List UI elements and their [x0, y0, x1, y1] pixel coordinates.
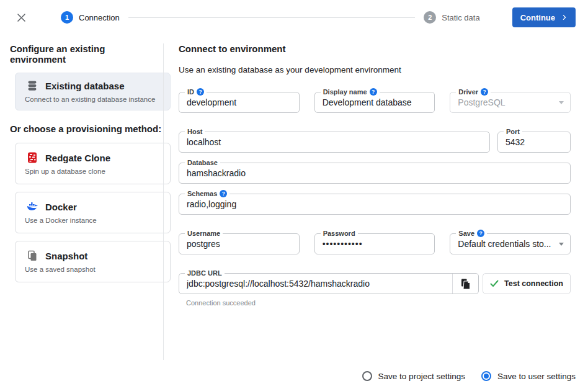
stepper-connector-line: [128, 17, 415, 18]
step-2-label: Static data: [442, 13, 479, 22]
username-field[interactable]: Username: [179, 233, 300, 254]
step-connection: 1 Connection: [61, 11, 120, 24]
database-field[interactable]: Database: [179, 163, 571, 184]
radio-save-to-project-settings[interactable]: Save to project settings: [362, 371, 465, 381]
driver-value: PostgreSQL: [458, 97, 515, 107]
password-field-label: Password: [321, 229, 358, 238]
help-icon[interactable]: ?: [220, 190, 227, 197]
help-icon[interactable]: ?: [197, 88, 204, 96]
jdbc-url-field[interactable]: JDBC URL: [179, 273, 479, 294]
card-title: Snapshot: [45, 251, 87, 261]
step-2-circle: 2: [424, 11, 436, 24]
username-field-label: Username: [185, 229, 223, 238]
chevron-right-icon: [561, 14, 568, 20]
schemas-field-label: Schemas ?: [185, 189, 229, 198]
radio-label: Save to project settings: [378, 372, 465, 381]
id-field[interactable]: ID ?: [179, 92, 300, 113]
copy-icon[interactable]: [452, 274, 478, 294]
password-input[interactable]: [323, 239, 427, 249]
chevron-down-icon: [559, 243, 564, 246]
password-field[interactable]: Password: [314, 233, 435, 254]
check-icon: [490, 280, 499, 287]
radio-save-to-user-settings[interactable]: Save to user settings: [481, 371, 576, 381]
docker-icon: [27, 201, 38, 212]
page-subtitle: Use an existing database as your develop…: [179, 65, 571, 74]
step-1-label: Connection: [79, 13, 120, 22]
save-credentials-value: Default credentials sto...: [458, 239, 561, 249]
help-icon[interactable]: ?: [370, 88, 377, 96]
page-title: Connect to environment: [179, 43, 571, 54]
provisioning-heading: Or choose a provisioning method:: [10, 123, 163, 134]
driver-field-label: Driver ?: [456, 88, 491, 96]
jdbc-url-field-label: JDBC URL: [185, 269, 225, 277]
jdbc-url-input[interactable]: [179, 279, 452, 289]
display-name-field[interactable]: Display name ?: [314, 92, 435, 113]
save-credentials-select[interactable]: Save ? Default credentials sto...: [450, 233, 571, 254]
redgate-clone-card[interactable]: Redgate Clone Spin up a database clone: [15, 143, 171, 184]
wizard-content: Configure an existing environment Existi…: [0, 35, 588, 360]
driver-select: Driver ? PostgreSQL: [450, 92, 571, 113]
card-subtitle: Connect to an existing database instance: [23, 96, 163, 103]
save-location-options: Save to project settings Save to user se…: [362, 371, 576, 381]
chevron-down-icon: [559, 101, 564, 104]
radio-label: Save to user settings: [497, 372, 576, 381]
username-input[interactable]: [187, 239, 292, 249]
display-name-input[interactable]: [323, 97, 427, 107]
radio-icon[interactable]: [481, 371, 491, 381]
test-connection-label: Test connection: [504, 279, 563, 288]
database-icon: [27, 80, 38, 91]
host-input[interactable]: [187, 137, 482, 147]
save-field-label: Save ?: [456, 229, 487, 238]
display-name-field-label: Display name ?: [321, 88, 380, 96]
test-connection-button[interactable]: Test connection: [483, 273, 571, 294]
environment-type-sidebar: Configure an existing environment Existi…: [0, 35, 163, 360]
redgate-clone-icon: [27, 152, 38, 163]
host-field[interactable]: Host: [179, 132, 490, 153]
id-field-label: ID ?: [185, 88, 207, 96]
existing-database-card[interactable]: Existing database Connect to an existing…: [15, 73, 171, 110]
database-input[interactable]: [187, 168, 563, 178]
database-field-label: Database: [185, 158, 220, 167]
card-subtitle: Use a saved snapshot: [23, 266, 163, 273]
step-static-data: 2 Static data: [424, 11, 479, 24]
connection-status: Connection succeeded: [186, 299, 571, 307]
snapshot-card[interactable]: Snapshot Use a saved snapshot: [15, 241, 171, 282]
continue-button[interactable]: Continue: [512, 7, 576, 27]
snapshot-icon: [27, 250, 38, 261]
card-title: Redgate Clone: [45, 153, 110, 163]
port-input[interactable]: [506, 137, 563, 147]
schemas-input[interactable]: [187, 199, 563, 209]
connect-form: Connect to environment Use an existing d…: [164, 35, 588, 360]
docker-card[interactable]: Docker Use a Docker instance: [15, 192, 171, 233]
card-subtitle: Spin up a database clone: [23, 168, 163, 175]
host-field-label: Host: [185, 127, 205, 136]
radio-icon[interactable]: [362, 371, 372, 381]
card-subtitle: Use a Docker instance: [23, 217, 163, 224]
continue-button-label: Continue: [520, 13, 555, 22]
sidebar-heading: Configure an existing environment: [10, 43, 163, 65]
help-icon[interactable]: ?: [477, 230, 484, 237]
wizard-header: 1 Connection 2 Static data Continue: [0, 0, 588, 35]
card-title: Docker: [45, 202, 77, 212]
step-1-circle: 1: [61, 11, 73, 24]
help-icon[interactable]: ?: [481, 88, 488, 96]
card-title: Existing database: [45, 81, 125, 91]
port-field[interactable]: Port: [497, 132, 571, 153]
schemas-field[interactable]: Schemas ?: [179, 194, 571, 215]
port-field-label: Port: [504, 127, 522, 136]
id-input[interactable]: [187, 97, 292, 107]
close-icon[interactable]: [12, 9, 30, 26]
